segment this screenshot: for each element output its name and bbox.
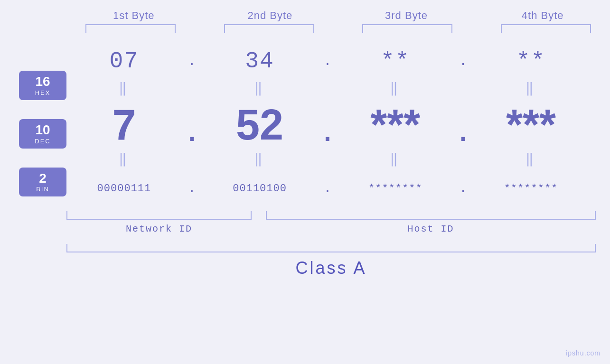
- eq1-b2: ‖: [215, 80, 305, 96]
- equals-row-1: ‖ ‖ ‖ ‖: [66, 80, 589, 96]
- hex-b4: **: [486, 48, 576, 74]
- eq2-b1: ‖: [79, 151, 169, 167]
- hex-b2: 34: [215, 48, 305, 74]
- main-container: 1st Byte 2nd Byte 3rd Byte 4th Byte 16 H…: [0, 0, 610, 364]
- bin-b4: ********: [486, 183, 576, 195]
- data-columns: 07 . 34 . ** . ** ‖ ‖ ‖ ‖ 7 .: [66, 35, 596, 278]
- dot-dec-1: .: [185, 103, 199, 147]
- dot-bin-1: .: [185, 181, 199, 196]
- dot-hex-3: .: [456, 54, 470, 69]
- dot-bin-2: .: [320, 181, 335, 196]
- eq2-b2: ‖: [215, 151, 305, 167]
- dot-dec-2: .: [320, 103, 335, 147]
- bin-b1: 00000111: [79, 183, 169, 195]
- top-brackets: [77, 24, 600, 33]
- bin-b3: ********: [350, 183, 441, 195]
- dec-b2: 52: [215, 101, 305, 149]
- eq1-b1: ‖: [79, 80, 169, 96]
- hex-b3: **: [350, 48, 441, 74]
- dec-badge-label: DEC: [26, 138, 60, 145]
- dot-bin-3: .: [456, 181, 470, 196]
- dec-b4: ***: [486, 101, 576, 149]
- bin-badge-num: 2: [26, 171, 60, 186]
- bracket-b2: [224, 24, 314, 33]
- hex-badge: 16 HEX: [19, 71, 66, 100]
- bin-badge-label: BIN: [26, 186, 60, 193]
- class-label: Class A: [66, 258, 596, 278]
- byte3-header: 3rd Byte: [354, 9, 459, 22]
- dec-badge-num: 10: [26, 123, 60, 138]
- host-bracket-group: Host ID: [266, 211, 596, 234]
- badges-column: 16 HEX 10 DEC 2 BIN: [0, 45, 66, 278]
- hex-badge-num: 16: [26, 75, 60, 89]
- bracket-b3: [362, 24, 452, 33]
- host-bracket: [266, 211, 596, 220]
- dot-dec-3: .: [456, 103, 470, 147]
- full-bracket: [66, 244, 596, 252]
- dot-hex-1: .: [185, 54, 199, 69]
- byte-headers: 1st Byte 2nd Byte 3rd Byte 4th Byte: [77, 9, 600, 22]
- bin-data-row: 00000111 . 00110100 . ******** . *******…: [66, 169, 589, 207]
- eq2-b4: ‖: [486, 151, 576, 167]
- bracket-b1: [85, 24, 176, 33]
- bracket-b4: [501, 24, 591, 33]
- bin-b2: 00110100: [215, 183, 305, 195]
- dec-b1: 7: [79, 101, 169, 149]
- eq2-b3: ‖: [350, 151, 441, 167]
- eq1-spacer: [19, 100, 66, 119]
- bottom-brackets-area: Network ID Host ID: [66, 211, 596, 234]
- content-area: 16 HEX 10 DEC 2 BIN 07 .: [0, 35, 610, 278]
- eq2-spacer: [19, 149, 66, 168]
- hex-badge-spacer: [19, 45, 66, 71]
- hex-b1: 07: [79, 48, 169, 74]
- host-id-label: Host ID: [266, 224, 596, 234]
- byte2-header: 2nd Byte: [218, 9, 322, 22]
- equals-row-2: ‖ ‖ ‖ ‖: [66, 151, 589, 167]
- network-bracket: [66, 211, 252, 220]
- network-bracket-group: Network ID: [66, 211, 252, 234]
- dec-b3: ***: [350, 101, 441, 149]
- eq1-b4: ‖: [486, 80, 576, 96]
- network-id-label: Network ID: [66, 224, 252, 234]
- dot-hex-2: .: [320, 54, 335, 69]
- watermark: ipshu.com: [566, 349, 601, 357]
- dec-data-row: 7 . 52 . *** . ***: [66, 99, 589, 151]
- eq1-b3: ‖: [350, 80, 441, 96]
- hex-badge-label: HEX: [26, 89, 60, 96]
- bin-badge: 2 BIN: [19, 168, 66, 197]
- hex-data-row: 07 . 34 . ** . **: [66, 42, 589, 80]
- byte4-header: 4th Byte: [490, 9, 595, 22]
- dec-badge: 10 DEC: [19, 119, 66, 149]
- byte1-header: 1st Byte: [82, 9, 186, 22]
